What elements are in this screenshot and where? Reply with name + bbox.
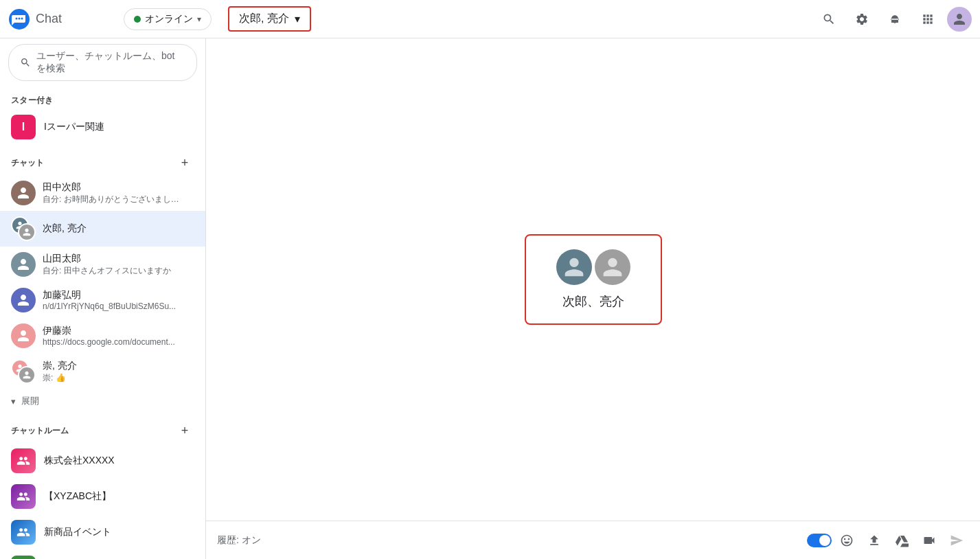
- search-icon: [20, 57, 31, 68]
- starred-section-label: スター付き: [0, 87, 205, 109]
- ito-info: 伊藤崇 https://docs.google.com/document...: [43, 325, 194, 347]
- add-chat-button[interactable]: +: [175, 153, 194, 172]
- expand-label: 展開: [21, 395, 39, 407]
- room-avatar-new-product: [11, 520, 36, 545]
- jiro-info: 次郎, 亮介: [43, 223, 194, 235]
- starred-item-I[interactable]: I Iスーパー関連: [0, 109, 205, 145]
- active-chat-header[interactable]: 次郎, 亮介 ▾: [228, 6, 311, 32]
- chevron-down-icon: ▾: [197, 14, 201, 24]
- settings-button[interactable]: [848, 5, 876, 33]
- takashi-duo-avatar: [11, 359, 36, 384]
- room-item-gbrand[interactable]: G Gブランドチーム: [0, 550, 205, 559]
- tanaka-info: 田中次郎 自分: お時間ありがとうございまし…: [43, 181, 194, 205]
- logo-area: Chat: [8, 8, 118, 30]
- status-label: オンライン: [145, 13, 193, 25]
- kato-preview: n/d/1lYrRjYNq6q_8fBuUbiSzM6Su...: [43, 301, 194, 311]
- emoji-button[interactable]: [834, 528, 859, 553]
- chat-item-ito[interactable]: 伊藤崇 https://docs.google.com/document...: [0, 318, 205, 354]
- chat-messages: 次郎、亮介: [206, 38, 980, 521]
- toggle-thumb: [819, 535, 830, 546]
- starred-avatar-I: I: [11, 115, 36, 139]
- chat-logo-icon: [8, 8, 30, 30]
- send-button[interactable]: [944, 528, 969, 553]
- yamada-info: 山田太郎 自分: 田中さんオフィスにいますか: [43, 253, 194, 277]
- chat-item-yamada[interactable]: 山田太郎 自分: 田中さんオフィスにいますか: [0, 247, 205, 282]
- jiro-name: 次郎, 亮介: [43, 223, 194, 235]
- expand-row[interactable]: ▾ 展開: [0, 389, 205, 413]
- chat-item-jiro[interactable]: 次郎, 亮介: [0, 211, 205, 247]
- status-button[interactable]: オンライン ▾: [124, 8, 212, 30]
- yamada-preview: 自分: 田中さんオフィスにいますか: [43, 265, 194, 277]
- room-name-xxxxx: 株式会社XXXXX: [44, 455, 115, 467]
- status-dot: [134, 16, 141, 23]
- kato-avatar: [11, 288, 36, 312]
- chat-item-tanaka[interactable]: 田中次郎 自分: お時間ありがとうございまし…: [0, 175, 205, 211]
- history-toggle[interactable]: [807, 534, 832, 547]
- search-button[interactable]: [815, 5, 843, 33]
- notifications-button[interactable]: [881, 5, 909, 33]
- room-section-header: チャットルーム +: [0, 413, 205, 443]
- svg-point-3: [21, 17, 23, 19]
- conversation-name: 次郎、亮介: [562, 293, 624, 310]
- chevron-icon: ▾: [11, 396, 16, 407]
- search-icon: [822, 12, 836, 26]
- header-icons: [815, 5, 972, 33]
- chat-section-header: チャット +: [0, 145, 205, 175]
- chevron-icon: ▾: [295, 12, 300, 25]
- apps-button[interactable]: [914, 5, 942, 33]
- top-header: Chat オンライン ▾ 次郎, 亮介 ▾: [0, 0, 980, 38]
- chat-input-bar: 履歴: オン: [206, 521, 980, 559]
- chat-item-takashi-ryosuke[interactable]: 崇, 亮介 崇: 👍: [0, 354, 205, 389]
- conv-avatar-person1: [556, 249, 592, 285]
- kato-info: 加藤弘明 n/d/1lYrRjYNq6q_8fBuUbiSzM6Su...: [43, 289, 194, 311]
- app-title: Chat: [36, 12, 62, 26]
- ito-avatar: [11, 323, 36, 348]
- video-icon: [922, 534, 936, 547]
- ito-name: 伊藤崇: [43, 325, 194, 337]
- room-avatar-xxxxx: [11, 448, 36, 473]
- chat-section-label: チャット: [11, 157, 44, 169]
- search-bar[interactable]: ユーザー、チャットルーム、bot を検索: [8, 44, 197, 81]
- settings-icon: [855, 12, 869, 26]
- send-icon: [950, 534, 964, 547]
- video-button[interactable]: [917, 528, 942, 553]
- yamada-name: 山田太郎: [43, 253, 194, 265]
- takashi-name: 崇, 亮介: [43, 360, 194, 372]
- main-area: ユーザー、チャットルーム、bot を検索 スター付き I Iスーパー関連 チャッ…: [0, 38, 980, 559]
- takashi-info: 崇, 亮介 崇: 👍: [43, 360, 194, 384]
- notifications-icon: [888, 12, 902, 26]
- conv-avatars: [556, 249, 630, 285]
- tanaka-avatar: [11, 181, 36, 205]
- user-icon: [951, 11, 968, 27]
- upload-icon: [867, 534, 881, 547]
- search-placeholder: ユーザー、チャットルーム、bot を検索: [36, 50, 185, 75]
- jiro-duo-avatar: [11, 216, 36, 241]
- svg-point-2: [19, 17, 21, 19]
- room-item-xxxxx[interactable]: 株式会社XXXXX: [0, 443, 205, 479]
- tanaka-name: 田中次郎: [43, 181, 194, 194]
- room-section-label: チャットルーム: [11, 425, 69, 437]
- room-name-new-product: 新商品イベント: [44, 526, 111, 538]
- history-label: 履歴: オン: [217, 534, 801, 547]
- takashi-preview: 崇: 👍: [43, 372, 194, 384]
- room-avatar-xyzabc: [11, 484, 36, 509]
- apps-icon: [921, 12, 935, 26]
- sidebar: ユーザー、チャットルーム、bot を検索 スター付き I Iスーパー関連 チャッ…: [0, 38, 206, 559]
- tanaka-preview: 自分: お時間ありがとうございまし…: [43, 194, 194, 205]
- conv-avatar-person2: [595, 249, 630, 285]
- svg-point-1: [16, 17, 18, 19]
- emoji-icon: [840, 534, 854, 547]
- user-avatar[interactable]: [947, 7, 972, 32]
- active-chat-name: 次郎, 亮介: [239, 12, 289, 26]
- conversation-card: 次郎、亮介: [525, 234, 662, 325]
- room-item-xyzabc[interactable]: 【XYZABC社】: [0, 479, 205, 514]
- room-item-new-product[interactable]: 新商品イベント: [0, 514, 205, 550]
- upload-button[interactable]: [862, 528, 887, 553]
- drive-button[interactable]: [889, 528, 914, 553]
- add-room-button[interactable]: +: [175, 421, 194, 440]
- kato-name: 加藤弘明: [43, 289, 194, 301]
- input-icons: [807, 528, 969, 553]
- chat-content: 次郎、亮介 履歴: オン: [206, 38, 980, 559]
- chat-item-kato[interactable]: 加藤弘明 n/d/1lYrRjYNq6q_8fBuUbiSzM6Su...: [0, 282, 205, 318]
- yamada-avatar: [11, 252, 36, 277]
